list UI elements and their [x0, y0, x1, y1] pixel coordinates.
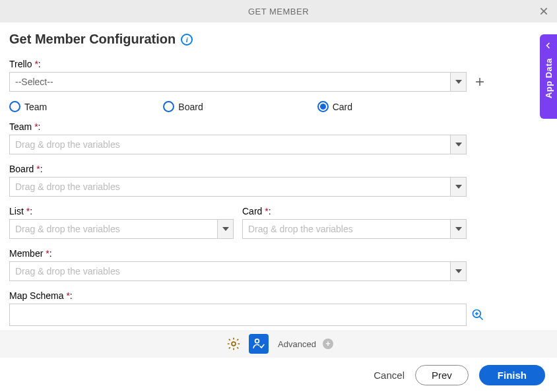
card-input[interactable]: Drag & drop the variables: [242, 219, 467, 239]
chevron-down-icon[interactable]: [450, 220, 466, 238]
member-input[interactable]: Drag & drop the variables: [9, 261, 467, 281]
card-label: Card *:: [242, 206, 467, 216]
dialog-body: Get Member Configuration i Trello *: --S…: [0, 22, 557, 326]
chevron-down-icon[interactable]: [450, 178, 466, 196]
close-icon[interactable]: [537, 5, 550, 18]
list-label: List *:: [9, 206, 234, 216]
svg-point-15: [255, 339, 259, 343]
team-input[interactable]: Drag & drop the variables: [9, 135, 467, 154]
chevron-down-icon[interactable]: [217, 220, 233, 238]
info-icon[interactable]: i: [181, 34, 193, 46]
prev-button[interactable]: Prev: [415, 365, 469, 385]
app-data-tab[interactable]: App Data: [540, 34, 557, 119]
svg-line-11: [480, 317, 483, 320]
radio-icon: [9, 101, 20, 112]
finish-button[interactable]: Finish: [479, 365, 545, 385]
gear-icon[interactable]: [224, 334, 244, 354]
chevron-down-icon[interactable]: [450, 73, 466, 91]
radio-icon-selected: [317, 101, 329, 112]
svg-marker-8: [455, 227, 462, 231]
page-title: Get Member Configuration: [9, 32, 176, 47]
bottom-toolbar: Advanced +: [0, 330, 557, 358]
chevron-down-icon[interactable]: [450, 262, 466, 280]
add-icon[interactable]: [473, 75, 486, 88]
member-label: Member *:: [9, 248, 545, 259]
advanced-label: Advanced: [278, 339, 316, 349]
svg-marker-2: [455, 80, 462, 84]
radio-board[interactable]: Board: [163, 101, 317, 112]
board-label: Board *:: [9, 164, 545, 174]
radio-icon: [163, 101, 174, 112]
trello-select[interactable]: --Select--: [9, 72, 467, 92]
scope-radio-group: Team Board Card: [9, 101, 471, 112]
dialog-footer: Cancel Prev Finish: [0, 358, 557, 392]
radio-card[interactable]: Card: [317, 101, 471, 112]
mapschema-label: Map Schema *:: [9, 290, 545, 301]
svg-marker-9: [455, 269, 462, 273]
svg-marker-5: [455, 143, 462, 147]
radio-team[interactable]: Team: [9, 101, 163, 112]
trello-label: Trello *:: [9, 59, 545, 69]
list-input[interactable]: Drag & drop the variables: [9, 219, 234, 239]
cancel-button[interactable]: Cancel: [374, 370, 405, 381]
svg-marker-7: [222, 227, 229, 231]
board-input[interactable]: Drag & drop the variables: [9, 177, 467, 197]
magnify-icon[interactable]: [471, 308, 485, 322]
svg-marker-6: [455, 185, 462, 189]
chevron-down-icon[interactable]: [450, 135, 466, 154]
advanced-add-icon[interactable]: +: [323, 339, 333, 349]
dialog-header: GET MEMBER: [0, 0, 557, 22]
chevron-left-icon: [544, 40, 552, 50]
mapschema-input[interactable]: [9, 304, 467, 326]
svg-point-14: [232, 342, 236, 346]
team-label: Team *:: [9, 121, 545, 132]
person-check-icon[interactable]: [249, 334, 269, 354]
dialog-title: GET MEMBER: [248, 7, 309, 16]
